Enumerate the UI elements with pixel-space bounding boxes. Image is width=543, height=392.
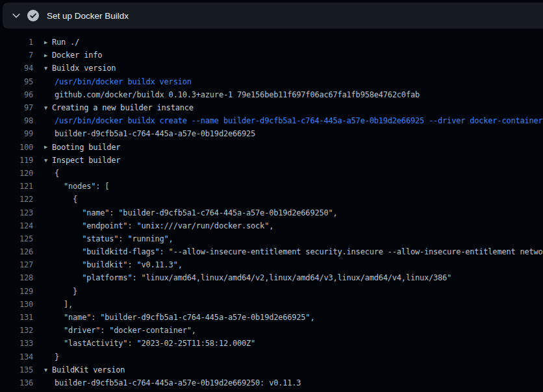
log-output-text: "lastActivity": "2023-02-25T11:58:12.000… xyxy=(55,339,255,348)
log-output-text: "status": "running", xyxy=(55,234,173,243)
line-number[interactable]: 136 xyxy=(0,378,33,387)
log-output-text: } xyxy=(55,352,59,361)
log-line: 120{ xyxy=(0,167,543,180)
log-group-toggle[interactable]: ▶Run ./ xyxy=(44,38,79,47)
triangle-down-icon[interactable]: ▼ xyxy=(44,158,52,164)
log-group-toggle[interactable]: ▼Creating a new builder instance xyxy=(44,103,194,112)
log-group-toggle[interactable]: ▼Buildx version xyxy=(44,64,116,73)
log-line: 126 "buildkitd-flags": "--allow-insecure… xyxy=(0,245,543,258)
log-line: 132 "driver": "docker-container", xyxy=(0,324,543,337)
line-number[interactable]: 94 xyxy=(0,64,33,73)
log-group-label: BuildKit version xyxy=(52,365,125,374)
line-number[interactable]: 129 xyxy=(0,287,33,296)
step-header[interactable]: Set up Docker Buildx xyxy=(3,3,543,29)
log-line[interactable]: 135▼BuildKit version xyxy=(0,363,543,376)
log-line: 130 ], xyxy=(0,298,543,311)
log-line: 129 } xyxy=(0,285,543,298)
log-output-text: builder-d9cfb5a1-c764-445a-a57e-0b19d2e6… xyxy=(55,129,255,138)
log-output-text: "nodes": [ xyxy=(55,182,109,191)
line-number[interactable]: 126 xyxy=(0,247,33,256)
log-line: 133 "lastActivity": "2023-02-25T11:58:12… xyxy=(0,337,543,350)
log-output-text: } xyxy=(55,287,77,296)
log-line[interactable]: 119▼Inspect builder xyxy=(0,154,543,167)
line-number[interactable]: 97 xyxy=(0,103,33,112)
triangle-right-icon[interactable]: ▶ xyxy=(44,144,52,150)
log-line: 124 "endpoint": "unix:///var/run/docker.… xyxy=(0,219,543,232)
line-number[interactable]: 7 xyxy=(0,51,33,60)
triangle-right-icon[interactable]: ▶ xyxy=(44,40,52,45)
log-output-text: "name": "builder-d9cfb5a1-c764-445a-a57e… xyxy=(55,313,314,322)
chevron-down-icon[interactable] xyxy=(11,10,21,21)
log-line: 99builder-d9cfb5a1-c764-445a-a57e-0b19d2… xyxy=(0,127,543,140)
log-group-label: Run ./ xyxy=(52,38,79,47)
log-group-label: Booting builder xyxy=(52,143,120,152)
log-output-text: { xyxy=(55,195,77,204)
log-output-text: "driver": "docker-container", xyxy=(55,326,196,335)
line-number[interactable]: 120 xyxy=(0,169,33,178)
line-number[interactable]: 100 xyxy=(0,143,33,152)
log-line[interactable]: 7▶Docker info xyxy=(0,49,543,62)
log-group-toggle[interactable]: ▶Docker info xyxy=(44,51,102,60)
log-output-text: github.com/docker/buildx 0.10.3+azure-1 … xyxy=(55,90,420,99)
log-line[interactable]: 100▶Booting builder xyxy=(0,141,543,154)
line-number[interactable]: 96 xyxy=(0,90,33,99)
log-line: 134} xyxy=(0,350,543,363)
line-number[interactable]: 123 xyxy=(0,208,33,217)
log-line[interactable]: 1▶Run ./ xyxy=(0,36,543,49)
line-number[interactable]: 131 xyxy=(0,313,33,322)
log-line[interactable]: 94▼Buildx version xyxy=(0,62,543,75)
line-number[interactable]: 122 xyxy=(0,195,33,204)
line-number[interactable]: 95 xyxy=(0,77,33,86)
log-output-text: "buildkitd-flags": "--allow-insecure-ent… xyxy=(55,247,543,256)
log-output-text: { xyxy=(55,169,59,178)
line-number[interactable]: 133 xyxy=(0,339,33,348)
log-line: 131 "name": "builder-d9cfb5a1-c764-445a-… xyxy=(0,311,543,324)
log-line: 127 "buildkit": "v0.11.3", xyxy=(0,258,543,271)
log-group-toggle[interactable]: ▼BuildKit version xyxy=(44,365,125,374)
log-group-label: Buildx version xyxy=(52,64,116,73)
log-lines: 1▶Run ./7▶Docker info94▼Buildx version95… xyxy=(0,29,543,389)
log-output-text: builder-d9cfb5a1-c764-445a-a57e-0b19d2e6… xyxy=(55,378,301,387)
line-number[interactable]: 121 xyxy=(0,182,33,191)
line-number[interactable]: 132 xyxy=(0,326,33,335)
triangle-down-icon[interactable]: ▼ xyxy=(44,105,52,111)
line-number[interactable]: 119 xyxy=(0,156,33,165)
triangle-down-icon[interactable]: ▼ xyxy=(44,367,52,373)
log-output-text: "buildkit": "v0.11.3", xyxy=(55,260,183,269)
log-group-label: Creating a new builder instance xyxy=(52,103,194,112)
line-number[interactable]: 130 xyxy=(0,300,33,309)
log-output-text: "name": "builder-d9cfb5a1-c764-445a-a57e… xyxy=(55,208,338,217)
line-number[interactable]: 99 xyxy=(0,129,33,138)
log-group-toggle[interactable]: ▼Inspect builder xyxy=(44,156,120,165)
log-group-toggle[interactable]: ▶Booting builder xyxy=(44,143,120,152)
log-output-text: "platforms": "linux/amd64,linux/amd64/v2… xyxy=(55,273,451,282)
line-number[interactable]: 124 xyxy=(0,221,33,230)
log-line: 136builder-d9cfb5a1-c764-445a-a57e-0b19d… xyxy=(0,376,543,389)
line-number[interactable]: 128 xyxy=(0,273,33,282)
line-number[interactable]: 98 xyxy=(0,116,33,125)
log-line: 122 { xyxy=(0,193,543,206)
log-line: 125 "status": "running", xyxy=(0,232,543,245)
step-title: Set up Docker Buildx xyxy=(47,11,129,21)
log-command-text: /usr/bin/docker buildx create --name bui… xyxy=(55,116,543,125)
log-line: 95/usr/bin/docker buildx version xyxy=(0,75,543,88)
line-number[interactable]: 1 xyxy=(0,38,33,47)
line-number[interactable]: 135 xyxy=(0,365,33,374)
log-output-text: ], xyxy=(55,300,73,309)
line-number[interactable]: 127 xyxy=(0,260,33,269)
log-line: 128 "platforms": "linux/amd64,linux/amd6… xyxy=(0,271,543,284)
log-line: 98/usr/bin/docker buildx create --name b… xyxy=(0,114,543,127)
actions-log-viewer: Set up Docker Buildx 1▶Run ./7▶Docker in… xyxy=(0,0,543,392)
log-command-text: /usr/bin/docker buildx version xyxy=(55,77,192,86)
log-output-text: "endpoint": "unix:///var/run/docker.sock… xyxy=(55,221,273,230)
log-group-label: Inspect builder xyxy=(52,156,120,165)
triangle-right-icon[interactable]: ▶ xyxy=(44,53,52,58)
line-number[interactable]: 125 xyxy=(0,234,33,243)
log-line: 96github.com/docker/buildx 0.10.3+azure-… xyxy=(0,88,543,101)
triangle-down-icon[interactable]: ▼ xyxy=(44,66,52,71)
log-line: 121 "nodes": [ xyxy=(0,180,543,193)
check-circle-icon xyxy=(27,10,39,21)
log-line[interactable]: 97▼Creating a new builder instance xyxy=(0,101,543,114)
log-line: 123 "name": "builder-d9cfb5a1-c764-445a-… xyxy=(0,206,543,219)
line-number[interactable]: 134 xyxy=(0,352,33,361)
